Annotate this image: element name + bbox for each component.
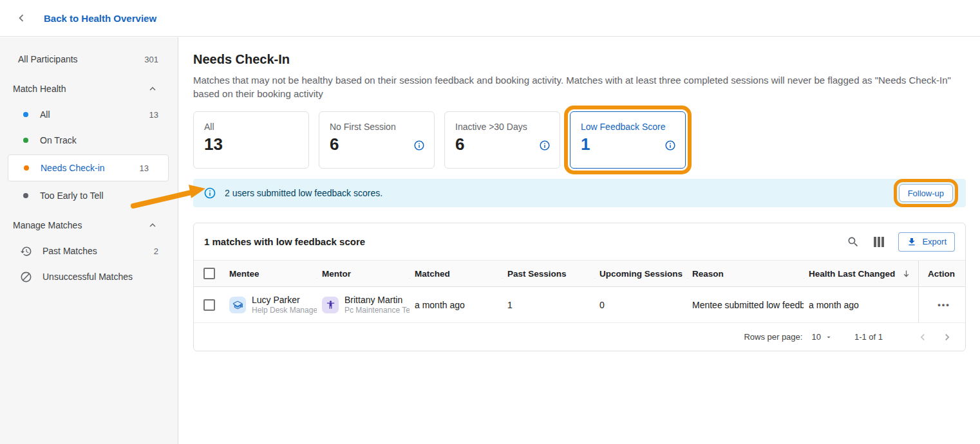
page: Back to Health Overview All Participants… — [0, 0, 980, 444]
blocked-icon — [20, 271, 32, 283]
stat-card-label: Inactive >30 Days — [455, 122, 549, 132]
mentor-avatar — [322, 297, 339, 313]
sidebar-item-needs-check-in-selected[interactable]: Needs Check-in 13 — [8, 154, 169, 181]
back-chevron-icon[interactable] — [14, 11, 28, 25]
follow-up-button[interactable]: Follow-up — [899, 184, 953, 202]
matches-table: 1 matches with low feedback score Export… — [193, 223, 966, 351]
page-title: Needs Check-In — [193, 52, 966, 67]
stat-card-value: 6 — [455, 135, 549, 153]
table-toolbar: 1 matches with low feedback score Export — [194, 223, 965, 260]
rows-per-page-value: 10 — [811, 332, 820, 342]
sidebar-item-label: On Track — [40, 135, 77, 145]
stat-cards-row: All 13 No First Session 6 Inactive >30 D… — [193, 111, 966, 169]
mentor-cell: Brittany Martin Pc Maintenance Tec — [317, 295, 410, 315]
export-button[interactable]: Export — [898, 232, 955, 252]
info-icon — [203, 187, 216, 199]
row-select-cell — [194, 299, 224, 311]
sidebar-item-label: Unsuccessful Matches — [42, 272, 133, 282]
section-manage-matches[interactable]: Manage Matches — [0, 212, 178, 238]
chevron-up-icon[interactable] — [147, 83, 158, 95]
table-header-row: Mentee Mentor Matched Past Sessions Upco… — [194, 260, 965, 287]
previous-page-button[interactable] — [916, 331, 929, 344]
stat-card-label: All — [204, 122, 298, 132]
columns-icon[interactable] — [874, 237, 884, 247]
column-header-label: Health Last Changed — [809, 269, 895, 279]
sidebar-item-all[interactable]: All 13 — [0, 102, 178, 127]
column-header-past-sessions[interactable]: Past Sessions — [502, 269, 594, 279]
mentee-name[interactable]: Lucy Parker — [252, 295, 317, 306]
blue-dot-icon — [23, 112, 28, 117]
pagination-range: 1-1 of 1 — [854, 332, 883, 342]
top-bar: Back to Health Overview — [0, 0, 980, 37]
reason-cell: Mentee submitted low feedba — [687, 300, 804, 310]
table-title: 1 matches with low feedback score — [204, 236, 365, 247]
stat-card-label: No First Session — [330, 122, 424, 132]
sort-descending-icon[interactable] — [901, 269, 911, 279]
manage-matches-label: Manage Matches — [13, 220, 82, 230]
info-banner: 2 users submitted low feedback scores. F… — [193, 179, 966, 207]
banner-text: 2 users submitted low feedback scores. — [225, 188, 382, 198]
chevron-up-icon[interactable] — [147, 219, 158, 231]
action-cell: ••• — [918, 287, 965, 322]
health-last-changed-cell: a month ago — [804, 300, 918, 310]
sidebar-item-on-track[interactable]: On Track — [0, 127, 178, 153]
page-description: Matches that may not be healthy based on… — [193, 73, 966, 100]
matched-cell: a month ago — [410, 300, 502, 310]
green-dot-icon — [23, 138, 28, 143]
mentee-role: Help Desk Manager — [252, 306, 317, 315]
stat-card-no-first-session[interactable]: No First Session 6 — [319, 111, 435, 169]
sidebar-item-all-participants[interactable]: All Participants 301 — [0, 46, 178, 72]
stat-card-low-feedback-score[interactable]: Low Feedback Score 1 — [570, 111, 686, 169]
all-participants-label: All Participants — [18, 54, 78, 64]
mentor-name[interactable]: Brittany Martin — [344, 295, 410, 306]
mentor-role: Pc Maintenance Tec — [344, 306, 410, 315]
sidebar-item-label: Past Matches — [42, 246, 97, 256]
row-actions-menu-button[interactable]: ••• — [938, 300, 950, 310]
export-label: Export — [922, 237, 947, 246]
select-all-cell — [194, 268, 224, 279]
sidebar-item-label: Too Early to Tell — [40, 190, 104, 201]
orange-dot-icon — [24, 165, 29, 171]
stat-card-all[interactable]: All 13 — [193, 111, 309, 169]
next-page-button[interactable] — [941, 331, 954, 344]
rows-per-page-select[interactable]: 10 — [811, 332, 832, 342]
stat-card-label: Low Feedback Score — [581, 122, 675, 132]
sidebar-item-label: All — [40, 109, 50, 120]
info-icon[interactable] — [664, 140, 676, 151]
caret-down-icon — [825, 333, 833, 341]
column-header-reason[interactable]: Reason — [687, 269, 804, 279]
info-icon[interactable] — [413, 140, 425, 151]
sidebar-item-past-matches[interactable]: Past Matches 2 — [0, 238, 178, 264]
upcoming-sessions-cell: 0 — [594, 300, 687, 310]
column-header-action: Action — [918, 261, 965, 286]
row-checkbox[interactable] — [203, 299, 215, 311]
column-header-upcoming-sessions[interactable]: Upcoming Sessions — [594, 269, 687, 279]
column-header-mentee[interactable]: Mentee — [224, 269, 317, 279]
back-to-health-overview-link[interactable]: Back to Health Overview — [44, 13, 156, 24]
sidebar-item-count: 2 — [154, 246, 158, 256]
past-sessions-cell: 1 — [502, 300, 594, 310]
column-header-mentor[interactable]: Mentor — [317, 269, 410, 279]
download-icon — [907, 237, 917, 247]
search-icon[interactable] — [847, 236, 860, 248]
mentee-avatar — [229, 297, 246, 313]
stat-card-value: 6 — [330, 135, 424, 153]
stat-card-value: 13 — [204, 135, 298, 153]
section-match-health[interactable]: Match Health — [0, 76, 178, 102]
table-pagination: Rows per page: 10 1-1 of 1 — [194, 323, 965, 351]
main-content: Needs Check-In Matches that may not be h… — [179, 37, 980, 444]
info-icon[interactable] — [539, 140, 551, 151]
match-health-label: Match Health — [13, 84, 66, 94]
history-icon — [20, 245, 32, 257]
stat-card-inactive-30-days[interactable]: Inactive >30 Days 6 — [444, 111, 560, 169]
column-header-matched[interactable]: Matched — [410, 269, 502, 279]
sidebar-item-count: 13 — [140, 163, 149, 173]
all-participants-count: 301 — [144, 55, 158, 64]
table-row[interactable]: Lucy Parker Help Desk Manager Brittany M… — [194, 287, 965, 323]
select-all-checkbox[interactable] — [203, 268, 215, 279]
sidebar-item-too-early-to-tell[interactable]: Too Early to Tell — [0, 183, 178, 208]
column-header-health-last-changed[interactable]: Health Last Changed — [804, 269, 918, 279]
stat-card-value: 1 — [581, 135, 675, 153]
gray-dot-icon — [23, 193, 28, 198]
sidebar-item-unsuccessful-matches[interactable]: Unsuccessful Matches — [0, 264, 178, 290]
